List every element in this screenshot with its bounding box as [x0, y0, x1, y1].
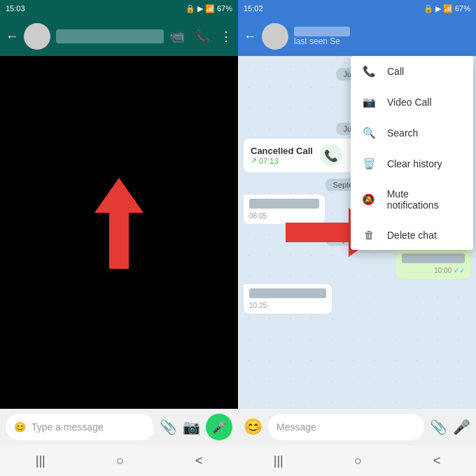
search-label-menu: Search	[387, 127, 418, 139]
call-label: Cancelled Call	[251, 146, 313, 156]
menu-item-mute[interactable]: 🔕 Mute notifications	[351, 179, 473, 220]
menu-item-delete-chat[interactable]: 🗑 Delete chat	[351, 220, 473, 250]
nav-bar-left: ||| ○ <	[0, 445, 238, 476]
menu-item-call[interactable]: 📞 Call	[351, 56, 473, 87]
chat-body-left	[0, 56, 238, 409]
mic-icon-right[interactable]: 🎤	[453, 419, 470, 435]
home-btn-right[interactable]: ○	[354, 454, 362, 468]
video-call-menu-icon: 📷	[362, 96, 376, 108]
status-bar-right: 15:02 🔒 ▶ 📶 67%	[238, 0, 476, 17]
more-options-icon-left[interactable]: ⋮	[220, 29, 232, 44]
input-placeholder-right: Message	[276, 421, 316, 433]
call-time: ↗ 07:13	[251, 156, 313, 165]
message-input-bar-right: 😊 Message 📎 🎤	[238, 409, 476, 445]
contact-name-left	[56, 29, 164, 43]
arrow-body	[109, 213, 129, 269]
recent-apps-btn-left[interactable]: |||	[36, 454, 46, 468]
home-btn-left[interactable]: ○	[116, 454, 124, 468]
attachment-icon-right[interactable]: 📎	[430, 419, 447, 435]
checkmarks-2: ✓✓	[454, 267, 465, 274]
search-menu-icon: 🔍	[362, 127, 376, 139]
header-icons-left: 📹 📞 ⋮	[169, 29, 232, 44]
delete-chat-menu-icon: 🗑	[362, 229, 376, 241]
msg-time-4: 10:25	[249, 302, 326, 309]
menu-item-video-call[interactable]: 📷 Video Call	[351, 87, 473, 118]
mute-label-menu: Mute notifications	[387, 188, 462, 211]
call-label-menu: Call	[387, 66, 404, 77]
message-input-left[interactable]: 😊 Type a message	[6, 414, 154, 440]
contact-status-right: last seen Se	[294, 36, 392, 46]
left-panel: 15:03 🔒 ▶ 📶 67% ← 📹 📞 ⋮ 😊 Type a message…	[0, 0, 238, 476]
clear-history-label-menu: Clear history	[387, 158, 442, 169]
attachment-icon-left[interactable]: 📎	[160, 419, 177, 435]
back-button-right[interactable]: ←	[244, 29, 256, 44]
clear-history-menu-icon: 🗑️	[362, 158, 376, 170]
menu-item-clear-history[interactable]: 🗑️ Clear history	[351, 148, 473, 179]
right-panel: 15:02 🔒 ▶ 📶 67% ← last seen Se June 18	[238, 0, 476, 476]
context-dropdown-menu: 📞 Call 📷 Video Call 🔍 Search 🗑️ Clear hi…	[351, 56, 473, 250]
call-info: Cancelled Call ↗ 07:13	[251, 146, 313, 165]
video-call-label-menu: Video Call	[387, 97, 432, 108]
chat-header-left: ← 📹 📞 ⋮	[0, 17, 238, 56]
contact-info-right: last seen Se	[294, 27, 470, 46]
camera-icon-left[interactable]: 📷	[183, 419, 200, 435]
message-content-blurred-2	[249, 199, 319, 209]
signal-icons-right: 🔒 ▶ 📶 67%	[424, 4, 470, 13]
message-input-right[interactable]: Message	[268, 414, 424, 440]
signal-icons-left: 🔒 ▶ 📶 67%	[186, 4, 232, 13]
contact-name-right	[294, 27, 470, 36]
time-left: 15:03	[6, 4, 25, 13]
chat-header-right: ← last seen Se	[238, 17, 476, 56]
call-phone-icon: 📞	[320, 144, 342, 167]
message-content-blurred-3	[402, 253, 465, 263]
message-sent-2: 10:00 ✓✓	[396, 249, 470, 279]
message-received-2: 10:25	[244, 284, 332, 314]
arrow-up-indicator	[94, 178, 144, 269]
mic-button-left[interactable]: 🎤	[206, 414, 232, 440]
msg-time-3: 10:00 ✓✓	[402, 267, 465, 274]
arrow-body-right	[286, 223, 349, 242]
nav-bar-right: ||| ○ <	[238, 445, 476, 476]
message-content-blurred-4	[249, 288, 326, 298]
arrow-head	[94, 178, 144, 213]
call-menu-icon: 📞	[362, 65, 376, 78]
input-placeholder-left: Type a message	[31, 421, 104, 433]
mute-menu-icon: 🔕	[362, 193, 376, 206]
emoji-icon-left[interactable]: 😊	[14, 421, 26, 433]
message-input-bar-left: 😊 Type a message 📎 📷 🎤	[0, 409, 238, 445]
delete-chat-label-menu: Delete chat	[387, 230, 437, 241]
time-right: 15:02	[244, 4, 263, 13]
menu-item-search[interactable]: 🔍 Search	[351, 118, 473, 148]
back-button-left[interactable]: ←	[6, 29, 18, 44]
video-call-icon-left[interactable]: 📹	[169, 29, 185, 44]
emoji-icon-right[interactable]: 😊	[244, 418, 262, 436]
recent-apps-btn-right[interactable]: |||	[274, 454, 284, 468]
status-bar-left: 15:03 🔒 ▶ 📶 67%	[0, 0, 238, 17]
back-nav-btn-right[interactable]: <	[433, 454, 441, 468]
call-icon-left[interactable]: 📞	[195, 29, 210, 44]
back-nav-btn-left[interactable]: <	[195, 454, 203, 468]
call-arrow-icon: ↗	[251, 156, 257, 165]
avatar-right	[262, 23, 288, 50]
chat-body-right: June 18 19:25 ✓✓ June 19 Cancelled Call …	[238, 56, 476, 409]
avatar-left	[24, 23, 50, 50]
